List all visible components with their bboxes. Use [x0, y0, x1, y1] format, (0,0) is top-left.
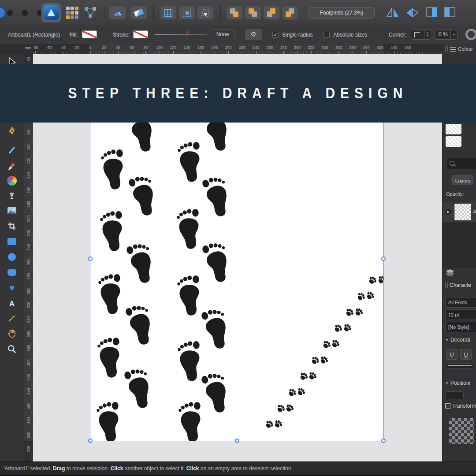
selection-handle-left[interactable] [88, 257, 93, 261]
crop-tool[interactable] [4, 219, 20, 234]
zoom-tool[interactable] [4, 342, 20, 357]
absolute-sizes-label: Absolute sizes [333, 32, 367, 38]
underline-style-button[interactable]: U [460, 349, 472, 360]
corner-percent-dropdown[interactable]: 0 % ▼ [435, 29, 457, 40]
place-image-tool[interactable] [4, 203, 20, 218]
transform-panel-header[interactable]: Transform [445, 403, 476, 409]
stroke-label: Stroke: [113, 32, 130, 38]
insert-on-top-button[interactable] [245, 6, 261, 19]
hand-icon [7, 329, 17, 338]
character-header-label: Characte [450, 282, 471, 288]
pencil-tool[interactable] [4, 142, 20, 157]
swatch-preview-2[interactable] [446, 136, 461, 147]
flip-vertical-icon [405, 7, 419, 18]
single-radius-checkbox[interactable]: ✓ [272, 32, 279, 38]
colour-picker-tool[interactable] [4, 311, 20, 326]
text-tool[interactable]: A [4, 297, 20, 312]
swatch-preview[interactable] [446, 124, 461, 134]
toolbar-separator [220, 5, 221, 20]
affinity-designer-icon [44, 5, 59, 20]
pen-nib-icon [7, 126, 17, 136]
panel-grip-icon [449, 178, 451, 183]
layer-row[interactable]: ▶ A [443, 202, 476, 222]
layers-tab-label: Layers [455, 178, 471, 183]
rotate-left-button[interactable] [426, 7, 438, 20]
rotate-right-button[interactable] [443, 7, 456, 20]
layer-name: A [473, 209, 476, 214]
positioning-section-header[interactable]: ▼ Positioni [445, 380, 470, 386]
corner-type-icon [414, 32, 420, 37]
colour-panel-tab[interactable]: Colour [442, 44, 476, 54]
fill-tool[interactable] [4, 189, 20, 204]
cloud-upload-arrow-icon [116, 12, 119, 15]
ellipse-tool[interactable] [4, 249, 20, 264]
horizontal-ruler[interactable]: -80-60-40-200204060801001201401601802002… [33, 44, 442, 54]
underline-button[interactable]: U [446, 349, 457, 360]
panel-grip-icon [445, 46, 448, 52]
layer-disclosure-icon[interactable]: ▶ [445, 208, 452, 216]
decorations-section-header[interactable]: ▼ Decorati [445, 337, 470, 343]
corner-stepper[interactable]: ▲ ▼ [424, 30, 431, 39]
selection-handle-bottom-right[interactable] [381, 439, 386, 443]
banner-title: STEP THREE: DRAFT A DESIGN [68, 85, 408, 102]
selection-handle-right[interactable] [381, 257, 386, 261]
pixel-persona-button[interactable] [66, 7, 78, 19]
export-persona-icon [84, 6, 97, 19]
layers-search-input[interactable] [446, 158, 476, 169]
artboard[interactable] [90, 75, 383, 441]
insert-inside-button[interactable] [264, 6, 279, 19]
check-icon: ✓ [273, 32, 277, 37]
artboard-content[interactable] [90, 75, 383, 441]
crop-icon [7, 222, 16, 231]
character-panel-header[interactable]: Characte [445, 282, 471, 288]
layers-panel-tab[interactable]: Layers [452, 175, 473, 185]
absolute-sizes-checkbox[interactable] [324, 32, 330, 38]
snapping-button[interactable] [179, 6, 195, 19]
panel-grip-icon [445, 283, 448, 288]
designer-persona-button[interactable] [41, 3, 61, 22]
magnifier-icon [7, 344, 17, 354]
layers-stack-icon[interactable] [446, 269, 454, 278]
insert-after-button[interactable] [282, 6, 298, 19]
colour-wheel-tool[interactable] [4, 173, 20, 188]
slice-button[interactable] [130, 6, 147, 19]
selection-handle-bottom-left[interactable] [88, 439, 93, 443]
grid-icon [164, 9, 172, 17]
colour-wheel-icon [7, 176, 17, 186]
snap-to-object-button[interactable] [197, 6, 213, 19]
fill-swatch[interactable] [82, 30, 97, 38]
hand-tool[interactable] [4, 326, 20, 341]
corner-type-dropdown[interactable]: ▲ ▼ [411, 29, 431, 40]
text-style-dropdown[interactable]: [No Style] [445, 322, 476, 332]
decoration-colour-strip[interactable] [446, 363, 473, 368]
minimize-window-button[interactable] [22, 10, 28, 16]
vector-brush-tool[interactable] [4, 159, 20, 174]
selection-handle-bottom[interactable] [235, 439, 239, 443]
pen-tool[interactable] [4, 123, 20, 138]
toolbar-separator [104, 5, 104, 20]
stroke-width-slider[interactable] [155, 34, 207, 35]
heart-shape-tool[interactable]: ♥ [4, 280, 20, 295]
top-toolbar: ☁ Footprints (27.3%) [0, 0, 476, 26]
font-family-dropdown[interactable]: All Fonts [445, 297, 476, 308]
layer-list-empty-area[interactable] [443, 222, 476, 268]
close-window-button[interactable] [7, 10, 13, 16]
flip-vertical-button[interactable] [405, 7, 419, 20]
panel-stack-icon [450, 47, 456, 52]
layer-thumbnail[interactable] [454, 204, 471, 220]
insert-behind-button[interactable] [227, 6, 242, 19]
font-size-field[interactable]: 12 pt [445, 309, 476, 320]
flip-horizontal-button[interactable] [386, 7, 399, 20]
rounded-rectangle-tool[interactable] [4, 265, 20, 280]
stroke-width-value[interactable]: None [211, 30, 234, 39]
stroke-swatch[interactable] [133, 30, 148, 38]
rectangle-tool[interactable] [4, 234, 20, 249]
positioning-field[interactable] [445, 391, 464, 399]
upload-cloud-button[interactable]: ☁ [109, 6, 126, 19]
show-grid-button[interactable] [160, 6, 176, 19]
export-persona-button[interactable] [84, 6, 97, 21]
banner-overlay: STEP THREE: DRAFT A DESIGN [0, 64, 476, 123]
stroke-settings-button[interactable]: ⚙ [245, 29, 262, 40]
document-title-button[interactable]: Footprints (27.3%) [309, 7, 375, 19]
app-edge-icon [0, 8, 5, 18]
